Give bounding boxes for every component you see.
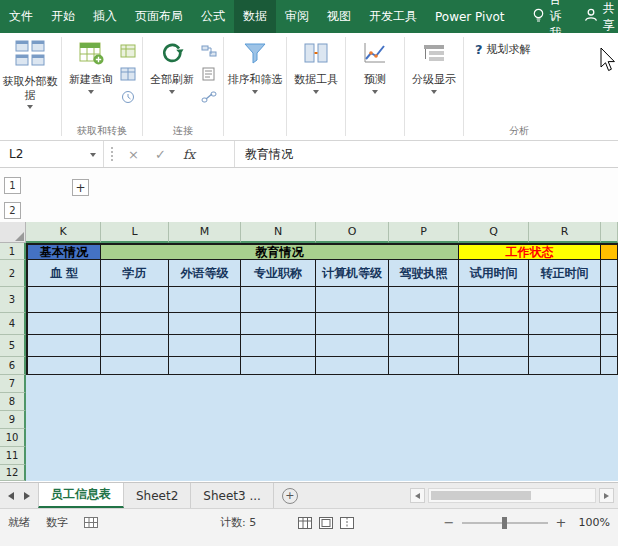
empty-cell[interactable] [529,287,601,313]
selected-empty-range[interactable] [26,393,618,411]
formula-bar-resizer[interactable] [104,141,120,167]
name-box-dropdown-icon[interactable] [90,153,96,157]
tell-me-box[interactable]: 告诉我 [522,0,572,33]
selected-empty-range[interactable] [26,429,618,447]
page-layout-view-icon[interactable] [319,517,333,529]
sheet-tab-employee-info[interactable]: 员工信息表 [38,483,124,508]
empty-cell[interactable] [241,335,316,357]
column-header-M[interactable]: M [169,222,241,243]
name-box[interactable]: L2 [0,141,104,167]
enter-icon[interactable]: ✓ [147,141,174,167]
column-header-O[interactable]: O [316,222,389,243]
sort-filter-button[interactable]: 排序和筛选 [227,35,283,94]
empty-cell[interactable] [529,357,601,375]
tab-power-pivot[interactable]: Power Pivot [426,0,514,33]
cell-language-level[interactable]: 外语等级 [169,260,241,287]
empty-cell[interactable] [389,313,459,335]
scrollbar-track[interactable] [428,488,596,503]
properties-icon[interactable] [198,65,220,83]
tab-review[interactable]: 审阅 [276,0,318,33]
tab-file[interactable]: 文件 [0,0,42,33]
empty-cell[interactable] [529,313,601,335]
empty-cell[interactable] [316,357,389,375]
empty-cell[interactable] [316,335,389,357]
empty-cell[interactable] [26,357,101,375]
zoom-in-button[interactable]: + [555,515,567,530]
cell-driving-license[interactable]: 驾驶执照 [389,260,459,287]
row-header-5[interactable]: 5 [0,335,26,357]
cell-note-partial[interactable] [601,243,618,260]
recent-sources-icon[interactable] [117,88,139,106]
tab-page-layout[interactable]: 页面布局 [126,0,192,33]
outline-expand-button[interactable]: + [72,179,89,196]
get-external-data-button[interactable]: 获取外部数据 [2,35,58,109]
empty-cell[interactable] [601,335,618,357]
tab-view[interactable]: 视图 [318,0,360,33]
selected-empty-range[interactable] [26,447,618,465]
cell-education-info[interactable]: 教育情况 [101,243,459,260]
row-header-6[interactable]: 6 [0,357,26,375]
empty-cell[interactable] [459,313,529,335]
scrollbar-thumb[interactable] [431,491,531,500]
empty-cell[interactable] [101,287,169,313]
row-header-1[interactable]: 1 [0,243,26,260]
empty-cell[interactable] [459,335,529,357]
empty-cell[interactable] [169,287,241,313]
cell-regular-date[interactable]: 转正时间 [529,260,601,287]
cell-computer-level[interactable]: 计算机等级 [316,260,389,287]
refresh-all-button[interactable]: 全部刷新 [146,35,198,94]
row-header-3[interactable]: 3 [0,287,26,313]
outline-level-2-button[interactable]: 2 [4,202,21,219]
empty-cell[interactable] [169,357,241,375]
column-header-Q[interactable]: Q [459,222,529,243]
empty-cell[interactable] [169,313,241,335]
empty-cell[interactable] [101,335,169,357]
column-header-R[interactable]: R [529,222,601,243]
selected-empty-range[interactable] [26,411,618,429]
empty-cell[interactable] [169,335,241,357]
row-header-10[interactable]: 10 [0,429,26,447]
empty-cell[interactable] [316,313,389,335]
macro-record-icon[interactable] [84,517,98,528]
data-tools-button[interactable]: 数据工具 [290,35,342,94]
solver-button[interactable]: ? 规划求解 [467,37,539,62]
zoom-out-button[interactable]: − [443,515,455,530]
column-header-L[interactable]: L [101,222,169,243]
row-header-2[interactable]: 2 [0,260,26,287]
share-button[interactable]: 共享 [572,0,618,33]
empty-cell[interactable] [316,287,389,313]
column-header-P[interactable]: P [389,222,459,243]
new-query-button[interactable]: 新建查询 [65,35,117,94]
tab-data[interactable]: 数据 [234,0,276,33]
cell-trial-period[interactable]: 试用时间 [459,260,529,287]
cancel-icon[interactable]: × [120,141,147,167]
zoom-slider[interactable] [462,522,548,524]
row-header-7[interactable]: 7 [0,375,26,393]
empty-cell[interactable] [26,287,101,313]
sheet-nav-right-icon[interactable] [24,492,30,500]
sheet-tab-sheet2[interactable]: Sheet2 [124,483,191,508]
show-queries-icon[interactable] [117,42,139,60]
from-table-icon[interactable] [117,65,139,83]
new-sheet-button[interactable]: + [274,483,306,508]
cell-work-status[interactable]: 工作状态 [459,243,601,260]
edit-links-icon[interactable] [198,88,220,106]
column-header-partial[interactable] [601,222,618,243]
empty-cell[interactable] [101,313,169,335]
empty-cell[interactable] [601,357,618,375]
sheet-tab-sheet3[interactable]: Sheet3 ... [191,483,274,508]
scroll-right-button[interactable] [599,488,614,503]
zoom-percentage[interactable]: 100% [574,516,610,529]
empty-cell[interactable] [241,357,316,375]
outline-button[interactable]: 分级显示 [408,35,460,94]
empty-cell[interactable] [389,335,459,357]
cell-professional-title[interactable]: 专业职称 [241,260,316,287]
tab-formulas[interactable]: 公式 [192,0,234,33]
empty-cell[interactable] [389,287,459,313]
empty-cell[interactable] [459,357,529,375]
forecast-button[interactable]: 预测 [349,35,401,94]
cell-degree[interactable]: 学历 [101,260,169,287]
select-all-corner[interactable] [0,222,26,243]
row-header-4[interactable]: 4 [0,313,26,335]
connections-icon[interactable] [198,42,220,60]
